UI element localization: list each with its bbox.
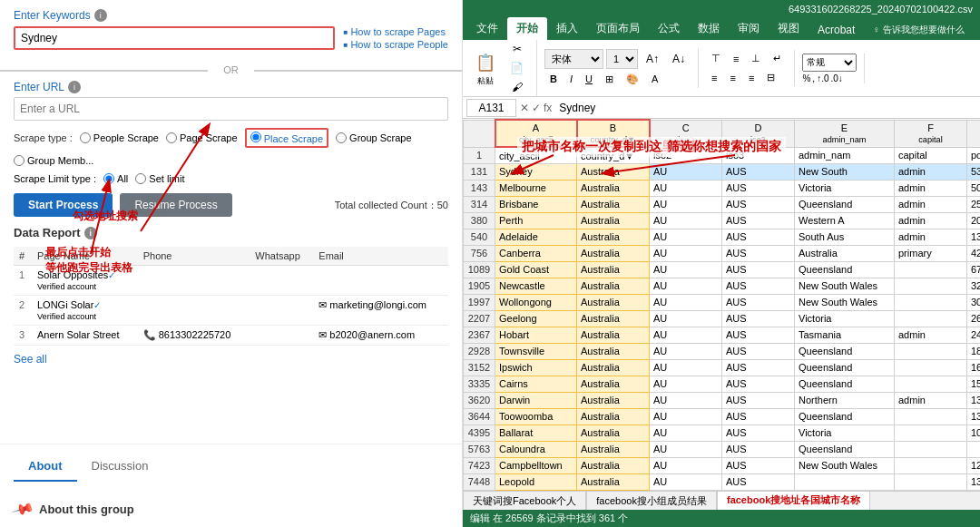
sheet-tab-3[interactable]: facebook搜地址各国城市名称 — [717, 491, 870, 510]
data-cell-g: 12566 — [967, 457, 981, 473]
data-report-info-icon[interactable]: i — [84, 227, 97, 239]
border-button[interactable]: ⊞ — [600, 71, 619, 88]
excel-grid-container[interactable]: Acity_ascii Bcountry_d▼ Ciso2 Diso3 Eadm… — [463, 119, 980, 491]
radio-group-member-scrape[interactable]: Group Memb... — [14, 155, 93, 166]
font-color-button[interactable]: A — [646, 71, 663, 87]
radio-group-input[interactable] — [336, 132, 347, 143]
cut-button[interactable]: ✂ — [505, 40, 529, 58]
copy-button[interactable]: 📄 — [505, 59, 529, 77]
align-center-btn[interactable]: ≡ — [724, 69, 740, 86]
align-top-btn[interactable]: ⊤ — [706, 50, 726, 67]
url-info-icon[interactable]: i — [68, 81, 81, 93]
sheet-tab-2[interactable]: facebook搜小组成员结果 — [586, 491, 717, 510]
tab-view[interactable]: 视图 — [769, 17, 808, 40]
radio-all-input[interactable] — [103, 173, 114, 184]
tab-discussion[interactable]: Discussion — [77, 452, 163, 482]
bold-button[interactable]: B — [544, 71, 563, 87]
font-increase-btn[interactable]: A↑ — [641, 50, 664, 68]
country-cell: Australia — [577, 180, 650, 196]
data-cell-f — [895, 376, 967, 392]
sheet-tab-1[interactable]: 天键词搜Facebook个人 — [463, 491, 586, 510]
excel-row: 7448LeopoldAustraliaAUAUS138141.04E+09 — [464, 473, 981, 490]
tab-formula[interactable]: 公式 — [649, 17, 689, 40]
font-size-selector[interactable]: 11 — [606, 49, 638, 69]
data-cell-c: AU — [650, 376, 722, 392]
col-whatsapp: Whatsapp — [250, 247, 313, 266]
tab-help[interactable]: ♀ 告诉我您想要做什么 — [864, 20, 973, 40]
radio-set-limit-input[interactable] — [135, 173, 146, 184]
tab-page-layout[interactable]: 页面布局 — [587, 17, 649, 40]
radio-set-limit[interactable]: Set limit — [135, 173, 184, 184]
tab-file[interactable]: 文件 — [467, 17, 507, 40]
url-input[interactable] — [14, 97, 448, 121]
table-row: 3 Anern Solar Street 📞 8613302225720 ✉ b… — [14, 326, 448, 346]
tab-acrobat[interactable]: Acrobat — [808, 20, 864, 40]
radio-group-scrape[interactable]: Group Scrape — [336, 132, 411, 143]
font-decrease-btn[interactable]: A↓ — [667, 50, 691, 68]
radio-people-scrape[interactable]: People Scrape — [80, 132, 159, 143]
cancel-formula-icon[interactable]: ✕ — [520, 102, 529, 114]
tab-home[interactable]: 开始 — [507, 17, 547, 40]
data-cell-e: Western A — [795, 212, 895, 229]
bottom-section: About Discussion — [0, 444, 462, 482]
align-bottom-btn[interactable]: ⊥ — [746, 50, 766, 67]
tab-data[interactable]: 数据 — [689, 17, 729, 40]
paste-button[interactable]: 📋 — [470, 50, 501, 75]
data-cell-d: AUS — [722, 196, 795, 212]
data-cell-f: admin — [895, 212, 967, 229]
tab-insert[interactable]: 插入 — [547, 17, 587, 40]
data-cell-d: AUS — [722, 180, 795, 196]
wrap-text-btn[interactable]: ↵ — [768, 50, 787, 67]
tab-about[interactable]: About — [14, 452, 77, 482]
confirm-formula-icon[interactable]: ✓ — [532, 102, 541, 114]
tab-review[interactable]: 审阅 — [729, 17, 769, 40]
radio-people-input[interactable] — [80, 132, 91, 143]
resume-process-button[interactable]: Resume Process — [120, 193, 231, 217]
radio-all[interactable]: All — [103, 173, 128, 184]
data-cell-f — [895, 278, 967, 294]
radio-place-scrape[interactable]: Place Scrape — [245, 128, 329, 148]
excel-row: 314BrisbaneAustraliaAUAUSQueenslandadmin… — [464, 196, 981, 212]
excel-row: 2367HobartAustraliaAUAUSTasmaniaadmin240… — [464, 327, 981, 343]
merge-btn[interactable]: ⊟ — [761, 69, 780, 86]
radio-page-scrape[interactable]: Page Scrape — [166, 132, 238, 143]
radio-group-member-input[interactable] — [14, 155, 24, 166]
excel-ribbon-tabs: 文件 开始 插入 页面布局 公式 数据 审阅 视图 Acrobat ♀ 告诉我您… — [463, 17, 980, 40]
align-middle-btn[interactable]: ≡ — [728, 50, 744, 67]
data-cell-e: New South Wales — [795, 457, 895, 473]
see-all-link[interactable]: See all — [0, 346, 462, 373]
font-selector[interactable]: 宋体 — [544, 49, 603, 69]
right-links: How to scrape Pages How to scrape People — [344, 26, 448, 50]
data-cell-c: AU — [650, 359, 722, 376]
col-c-header: Ciso2 — [650, 120, 722, 147]
data-cell-g: 302739 — [967, 294, 981, 310]
how-to-scrape-pages-link[interactable]: How to scrape Pages — [344, 26, 448, 37]
row-number: 7423 — [464, 457, 495, 473]
buttons-row: Start Process Resume Process Total colle… — [0, 193, 462, 217]
align-left-btn[interactable]: ≡ — [706, 69, 722, 86]
keywords-info-icon[interactable]: i — [94, 9, 107, 22]
data-cell-e: Victoria — [795, 310, 895, 327]
formula-input[interactable] — [555, 100, 976, 116]
country-cell: Australia — [577, 278, 650, 294]
underline-button[interactable]: U — [580, 71, 598, 87]
radio-place-input[interactable] — [250, 132, 261, 142]
data-cell-f: primary — [895, 245, 967, 261]
italic-button[interactable]: I — [564, 71, 578, 87]
data-cell-c: AU — [650, 294, 722, 310]
number-format-select[interactable]: 常规 — [802, 54, 857, 72]
fill-color-button[interactable]: 🎨 — [621, 71, 644, 88]
start-process-button[interactable]: Start Process — [14, 193, 113, 217]
align-right-btn[interactable]: ≡ — [743, 69, 760, 86]
how-to-scrape-people-link[interactable]: How to scrape People — [344, 39, 448, 50]
data-cell-e: Queensland — [795, 359, 895, 376]
insert-function-icon[interactable]: fx — [544, 102, 552, 114]
excel-statusbar: 编辑 在 26569 条记录中找到 361 个 — [463, 510, 980, 527]
format-painter-button[interactable]: 🖌 — [505, 78, 529, 96]
radio-page-input[interactable] — [166, 132, 177, 143]
keyword-input[interactable] — [14, 26, 335, 50]
cell-reference-input[interactable] — [466, 99, 516, 117]
data-cell-c: AU — [650, 245, 722, 261]
excel-row: 756CanberraAustraliaAUAUSAustraliaprimar… — [464, 245, 981, 261]
country-cell: Australia — [577, 212, 650, 229]
